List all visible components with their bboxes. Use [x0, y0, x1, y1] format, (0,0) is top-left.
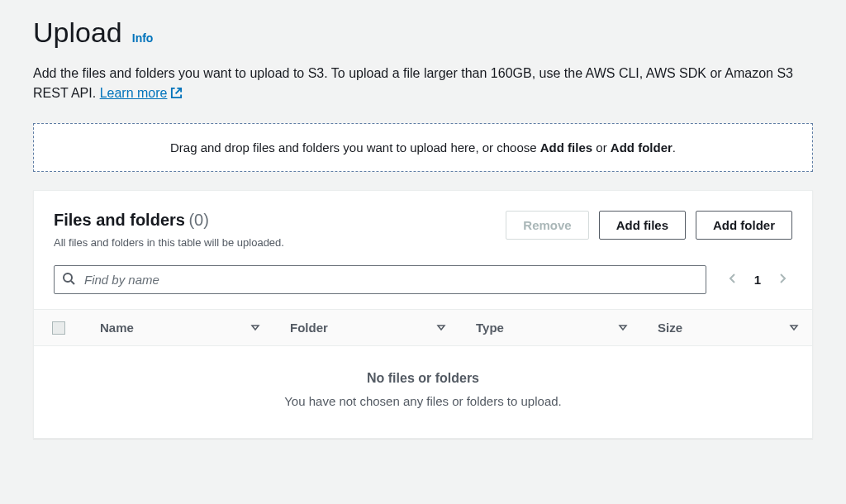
- search-input[interactable]: [54, 265, 706, 294]
- column-header-folder[interactable]: Folder: [273, 321, 459, 335]
- dropzone-or: or: [592, 140, 611, 155]
- learn-more-link[interactable]: Learn more: [100, 86, 183, 100]
- select-all-checkbox[interactable]: [52, 321, 65, 335]
- dropzone-text-prefix: Drag and drop files and folders you want…: [170, 140, 540, 155]
- column-type-label: Type: [476, 321, 504, 335]
- column-header-type[interactable]: Type: [459, 321, 641, 335]
- svg-point-0: [64, 273, 72, 282]
- remove-button: Remove: [506, 211, 588, 240]
- column-name-label: Name: [100, 321, 134, 335]
- external-link-icon: [170, 85, 183, 105]
- dropzone[interactable]: Drag and drop files and folders you want…: [33, 123, 813, 172]
- add-files-button[interactable]: Add files: [599, 211, 686, 240]
- search-icon: [62, 272, 75, 288]
- files-panel: Files and folders (0) All files and fold…: [33, 190, 813, 439]
- empty-state: No files or folders You have not chosen …: [34, 346, 812, 438]
- svg-line-1: [71, 281, 74, 284]
- pagination-next-icon: [776, 272, 789, 288]
- pagination: 1: [726, 272, 789, 288]
- sort-icon: [436, 321, 446, 335]
- column-header-name[interactable]: Name: [83, 321, 273, 335]
- panel-count: (0): [188, 211, 208, 229]
- page-title: Upload: [33, 17, 122, 49]
- upload-description: Add the files and folders you want to up…: [33, 64, 813, 105]
- info-link[interactable]: Info: [132, 31, 154, 45]
- pagination-page-number[interactable]: 1: [754, 273, 761, 287]
- dropzone-suffix: .: [673, 140, 676, 155]
- column-folder-label: Folder: [290, 321, 328, 335]
- dropzone-add-folder: Add folder: [611, 140, 673, 155]
- column-header-size[interactable]: Size: [641, 321, 812, 335]
- sort-icon: [789, 321, 799, 335]
- select-all-cell: [34, 321, 83, 335]
- sort-icon: [250, 321, 260, 335]
- panel-subtitle: All files and folders in this table will…: [54, 236, 506, 249]
- files-table: Name Folder Type Size: [34, 309, 812, 438]
- panel-title: Files and folders: [54, 211, 185, 229]
- add-folder-button[interactable]: Add folder: [696, 211, 792, 240]
- dropzone-add-files: Add files: [540, 140, 592, 155]
- empty-state-subtitle: You have not chosen any files or folders…: [34, 394, 812, 408]
- column-size-label: Size: [658, 321, 682, 335]
- table-header: Name Folder Type Size: [34, 310, 812, 346]
- sort-icon: [618, 321, 628, 335]
- empty-state-title: No files or folders: [34, 371, 812, 386]
- pagination-prev-icon: [726, 272, 739, 288]
